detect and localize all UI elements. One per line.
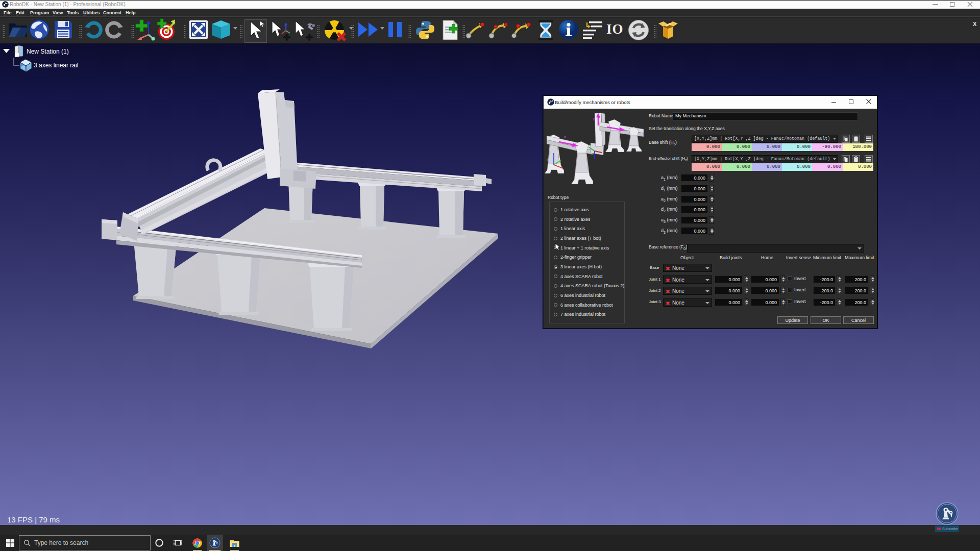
svg-text:d: d [593, 117, 595, 121]
svg-text:d: d [564, 135, 566, 139]
svg-text:B: B [547, 158, 549, 162]
